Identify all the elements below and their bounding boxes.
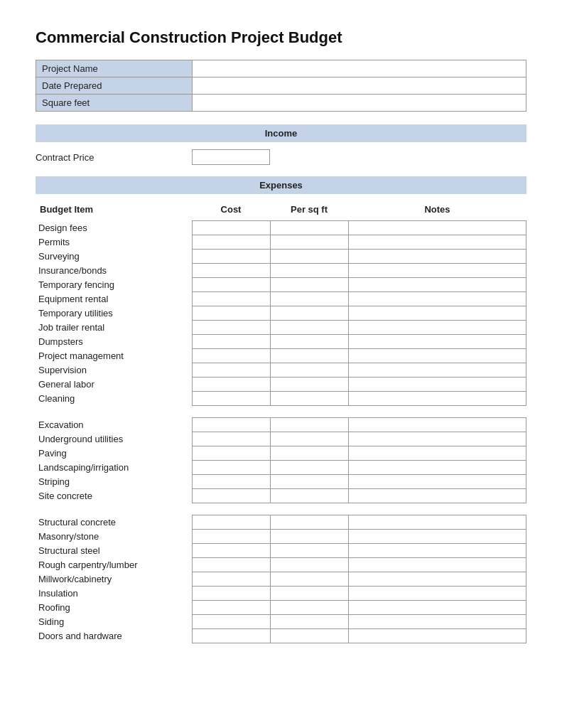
persqft-cell[interactable]: [270, 446, 348, 461]
persqft-cell[interactable]: [270, 392, 348, 406]
persqft-cell[interactable]: [270, 335, 348, 349]
cost-cell[interactable]: [192, 489, 270, 503]
cost-cell[interactable]: [192, 250, 270, 264]
notes-cell[interactable]: [348, 629, 526, 643]
cost-cell[interactable]: [192, 335, 270, 349]
notes-cell[interactable]: [348, 221, 526, 235]
persqft-cell[interactable]: [270, 278, 348, 292]
cost-cell[interactable]: [192, 378, 270, 392]
notes-cell[interactable]: [348, 278, 526, 292]
notes-cell[interactable]: [348, 235, 526, 250]
cost-cell[interactable]: [192, 432, 270, 446]
notes-cell[interactable]: [348, 392, 526, 406]
notes-cell[interactable]: [348, 544, 526, 558]
cost-cell[interactable]: [192, 349, 270, 363]
info-value[interactable]: [193, 60, 526, 77]
cost-cell[interactable]: [192, 530, 270, 544]
notes-cell[interactable]: [348, 335, 526, 349]
expenses-header: Expenses: [36, 176, 526, 194]
cost-cell[interactable]: [192, 321, 270, 335]
table-row: Dumpsters: [36, 335, 526, 349]
notes-cell[interactable]: [348, 432, 526, 446]
persqft-cell[interactable]: [270, 250, 348, 264]
notes-cell[interactable]: [348, 306, 526, 321]
notes-cell[interactable]: [348, 264, 526, 278]
persqft-cell[interactable]: [270, 629, 348, 643]
contract-price-input[interactable]: [192, 149, 270, 165]
cost-cell[interactable]: [192, 292, 270, 306]
persqft-cell[interactable]: [270, 292, 348, 306]
budget-item-label: Structural concrete: [36, 515, 192, 530]
notes-cell[interactable]: [348, 530, 526, 544]
table-row: Cleaning: [36, 392, 526, 406]
persqft-cell[interactable]: [270, 572, 348, 587]
cost-cell[interactable]: [192, 446, 270, 461]
cost-cell[interactable]: [192, 615, 270, 629]
notes-cell[interactable]: [348, 349, 526, 363]
cost-cell[interactable]: [192, 515, 270, 530]
persqft-cell[interactable]: [270, 489, 348, 503]
persqft-cell[interactable]: [270, 235, 348, 250]
info-value[interactable]: [193, 95, 526, 112]
cost-cell[interactable]: [192, 544, 270, 558]
budget-item-label: Temporary fencing: [36, 278, 192, 292]
budget-item-label: Excavation: [36, 418, 192, 432]
persqft-cell[interactable]: [270, 544, 348, 558]
cost-cell[interactable]: [192, 629, 270, 643]
cost-cell[interactable]: [192, 392, 270, 406]
cost-cell[interactable]: [192, 264, 270, 278]
persqft-cell[interactable]: [270, 378, 348, 392]
notes-cell[interactable]: [348, 572, 526, 587]
cost-cell[interactable]: [192, 558, 270, 572]
cost-cell[interactable]: [192, 278, 270, 292]
info-value[interactable]: [193, 77, 526, 95]
persqft-cell[interactable]: [270, 432, 348, 446]
cost-cell[interactable]: [192, 587, 270, 601]
cost-cell[interactable]: [192, 235, 270, 250]
persqft-cell[interactable]: [270, 418, 348, 432]
persqft-cell[interactable]: [270, 321, 348, 335]
budget-item-label: General labor: [36, 378, 192, 392]
table-row: Siding: [36, 615, 526, 629]
persqft-cell[interactable]: [270, 363, 348, 378]
persqft-cell[interactable]: [270, 601, 348, 615]
notes-cell[interactable]: [348, 515, 526, 530]
persqft-cell[interactable]: [270, 558, 348, 572]
persqft-cell[interactable]: [270, 530, 348, 544]
notes-cell[interactable]: [348, 601, 526, 615]
notes-cell[interactable]: [348, 378, 526, 392]
notes-cell[interactable]: [348, 446, 526, 461]
persqft-cell[interactable]: [270, 349, 348, 363]
info-label: Square feet: [36, 95, 193, 112]
table-row: Underground utilities: [36, 432, 526, 446]
table-row: Structural steel: [36, 544, 526, 558]
notes-cell[interactable]: [348, 292, 526, 306]
cost-cell[interactable]: [192, 221, 270, 235]
cost-cell[interactable]: [192, 306, 270, 321]
cost-cell[interactable]: [192, 601, 270, 615]
cost-cell[interactable]: [192, 475, 270, 489]
notes-cell[interactable]: [348, 250, 526, 264]
persqft-cell[interactable]: [270, 306, 348, 321]
persqft-cell[interactable]: [270, 475, 348, 489]
notes-cell[interactable]: [348, 461, 526, 475]
notes-cell[interactable]: [348, 363, 526, 378]
notes-cell[interactable]: [348, 615, 526, 629]
persqft-cell[interactable]: [270, 515, 348, 530]
persqft-cell[interactable]: [270, 264, 348, 278]
notes-cell[interactable]: [348, 558, 526, 572]
cost-cell[interactable]: [192, 572, 270, 587]
notes-cell[interactable]: [348, 475, 526, 489]
notes-cell[interactable]: [348, 587, 526, 601]
persqft-cell[interactable]: [270, 461, 348, 475]
cost-cell[interactable]: [192, 418, 270, 432]
budget-item-label: Design fees: [36, 221, 192, 235]
persqft-cell[interactable]: [270, 587, 348, 601]
notes-cell[interactable]: [348, 489, 526, 503]
notes-cell[interactable]: [348, 418, 526, 432]
cost-cell[interactable]: [192, 461, 270, 475]
cost-cell[interactable]: [192, 363, 270, 378]
persqft-cell[interactable]: [270, 221, 348, 235]
notes-cell[interactable]: [348, 321, 526, 335]
persqft-cell[interactable]: [270, 615, 348, 629]
